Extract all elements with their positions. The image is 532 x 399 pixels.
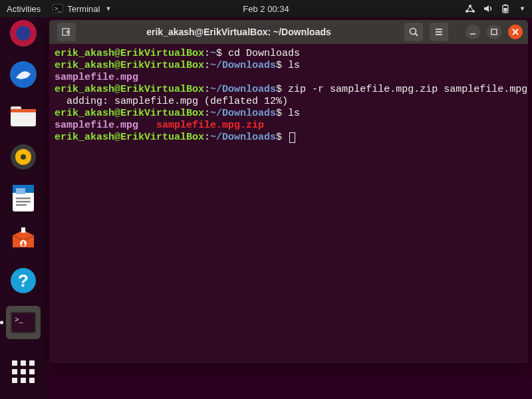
cursor [289, 132, 295, 143]
dock-thunderbird[interactable] [7, 59, 39, 90]
zip-output: adding: samplefile.mpg (deflated 12%) [55, 96, 288, 107]
cmd-ls1: ls [282, 60, 300, 71]
terminal-window: erik_akash@ErikVirtualBox: ~/Downloads e… [49, 20, 528, 363]
maximize-button[interactable] [487, 25, 501, 39]
svg-point-37 [410, 29, 416, 35]
close-icon [511, 28, 519, 36]
svg-rect-21 [16, 188, 25, 194]
svg-point-11 [16, 26, 31, 41]
svg-rect-8 [505, 5, 507, 6]
file-zip: samplefile.mpg.zip [156, 120, 264, 131]
dock-firefox[interactable] [7, 17, 39, 49]
svg-text:>_: >_ [15, 315, 23, 323]
prompt-user: erik_akash@ErikVirtualBox [55, 48, 204, 59]
svg-rect-22 [16, 198, 31, 200]
app-menu[interactable]: >_ Terminal ▼ [53, 4, 111, 14]
dock: ? >_ [0, 17, 47, 399]
dock-help[interactable]: ? [7, 265, 39, 297]
svg-line-38 [416, 34, 418, 37]
clock[interactable]: Feb 2 00:34 [243, 4, 289, 14]
cmd-ls2: ls [282, 108, 300, 119]
svg-rect-15 [11, 109, 36, 112]
dock-files[interactable] [7, 100, 39, 132]
svg-rect-9 [504, 8, 507, 12]
maximize-icon [490, 28, 498, 36]
search-icon [408, 27, 419, 37]
cmd-zip: zip -r samplefile.mpg.zip samplefile.mpg [282, 84, 527, 95]
svg-text:>_: >_ [55, 5, 62, 12]
network-icon[interactable] [465, 4, 475, 13]
minimize-icon [469, 28, 477, 36]
window-title: erik_akash@ErikVirtualBox: ~/Downloads [76, 27, 402, 37]
activities-button[interactable]: Activities [7, 4, 41, 14]
search-button[interactable] [404, 23, 423, 41]
svg-rect-24 [16, 204, 27, 206]
system-menu-chevron-icon[interactable]: ▼ [519, 5, 525, 12]
svg-text:?: ? [18, 271, 29, 291]
dock-rhythmbox[interactable] [7, 141, 39, 173]
svg-marker-6 [484, 5, 489, 12]
svg-rect-43 [491, 29, 497, 35]
titlebar[interactable]: erik_akash@ErikVirtualBox: ~/Downloads [49, 20, 528, 44]
new-tab-button[interactable] [57, 23, 76, 41]
close-button[interactable] [508, 25, 523, 39]
svg-point-18 [21, 154, 26, 160]
cmd-cd: cd Downloads [222, 48, 300, 59]
svg-rect-25 [21, 227, 25, 233]
battery-icon[interactable] [501, 4, 510, 13]
file-mpg: samplefile.mpg [55, 72, 138, 83]
gnome-topbar: Activities >_ Terminal ▼ Feb 2 00:34 ▼ [0, 0, 532, 17]
svg-rect-23 [16, 201, 31, 203]
prompt-path: ~ [210, 48, 216, 59]
volume-icon[interactable] [483, 4, 493, 13]
terminal-output[interactable]: erik_akash@ErikVirtualBox:~$ cd Download… [49, 44, 528, 363]
app-menu-label: Terminal [67, 4, 100, 14]
file-mpg2: samplefile.mpg [55, 120, 138, 131]
hamburger-icon [434, 27, 444, 37]
chevron-down-icon: ▼ [105, 5, 111, 12]
show-applications-button[interactable] [9, 358, 37, 386]
dock-terminal[interactable]: >_ [6, 306, 41, 339]
dock-libreoffice-writer[interactable] [7, 182, 39, 214]
dock-software[interactable] [7, 223, 39, 255]
minimize-button[interactable] [466, 25, 480, 39]
terminal-icon: >_ [53, 4, 63, 13]
menu-button[interactable] [430, 23, 448, 41]
